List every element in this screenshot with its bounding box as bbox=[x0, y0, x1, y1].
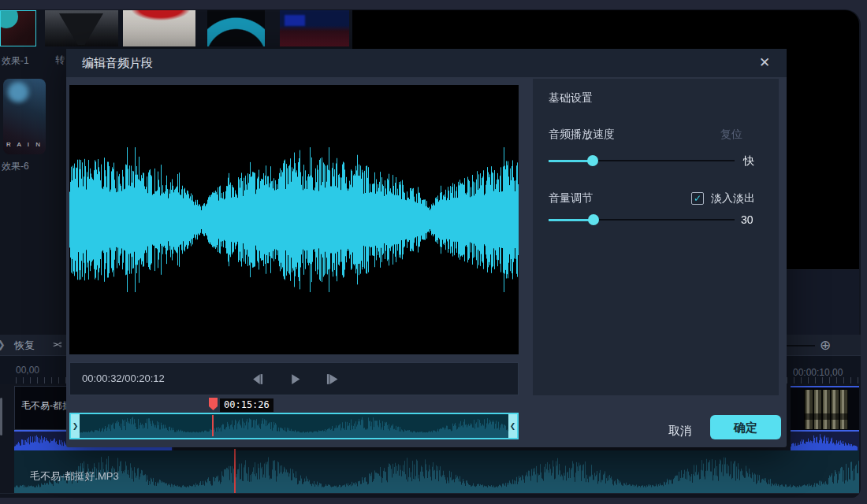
scrubber-playhead-line bbox=[212, 415, 214, 436]
speed-value: 快 bbox=[743, 154, 754, 169]
media-logo-icon bbox=[0, 10, 18, 28]
fade-checkbox[interactable]: ✓ bbox=[691, 192, 704, 205]
ruler-time-start: 00,00 bbox=[16, 365, 39, 376]
ruler-ticks bbox=[16, 377, 66, 384]
media-label-effect1: 效果-1 bbox=[2, 54, 29, 68]
confirm-button[interactable]: 确定 bbox=[710, 415, 781, 439]
settings-header: 基础设置 bbox=[549, 91, 593, 106]
next-frame-button[interactable] bbox=[326, 372, 339, 386]
volume-slider[interactable] bbox=[549, 214, 735, 225]
timeline-zoom-slider[interactable] bbox=[785, 345, 815, 346]
media-thumbnail[interactable] bbox=[280, 10, 349, 46]
video-clip[interactable] bbox=[791, 386, 859, 430]
fade-label: 淡入淡出 bbox=[711, 191, 755, 206]
speed-slider[interactable] bbox=[549, 155, 735, 166]
speed-label: 音频播放速度 bbox=[549, 128, 615, 142]
scrubber-waveform-canvas bbox=[80, 414, 508, 438]
audio-scrubber-strip[interactable]: ❯ ❮ 00:15:26 bbox=[69, 413, 519, 439]
trim-handle-right[interactable]: ❮ bbox=[508, 414, 517, 438]
music-track[interactable]: 毛不易-都挺好.MP3 bbox=[14, 450, 859, 493]
cancel-button[interactable]: 取消 bbox=[656, 418, 705, 443]
timeline-playhead[interactable] bbox=[234, 449, 236, 495]
main-waveform-canvas bbox=[69, 85, 519, 354]
close-icon[interactable]: ✕ bbox=[754, 49, 776, 77]
media-thumbnail[interactable] bbox=[207, 10, 265, 46]
media-thumbnail-selected[interactable] bbox=[0, 10, 36, 46]
ruler-time-right: 00:00:10,00 bbox=[793, 367, 843, 378]
volume-label: 音量调节 bbox=[549, 191, 593, 206]
dialog-title: 编辑音频片段 bbox=[82, 49, 153, 77]
playback-control-bar: 00:00:32/00:20:12 bbox=[69, 362, 519, 395]
zoom-in-icon[interactable]: ⊕ bbox=[820, 337, 831, 354]
media-thumbnail[interactable] bbox=[123, 10, 195, 46]
previous-frame-button[interactable] bbox=[251, 372, 264, 386]
volume-value: 30 bbox=[741, 213, 754, 226]
basic-settings-panel: 基础设置 音频播放速度 复位 快 音量调节 ✓ 淡入淡出 30 bbox=[533, 79, 779, 395]
blue-waveform-canvas bbox=[791, 432, 858, 450]
audio-waveform-preview bbox=[69, 85, 519, 354]
ruler-ticks bbox=[787, 377, 859, 384]
reset-button[interactable]: 复位 bbox=[720, 128, 742, 142]
edit-audio-clip-dialog: 编辑音频片段 ✕ 00:00:32/00:20:12 ❯ ❮ 00:15:26 … bbox=[66, 49, 787, 447]
trim-handle-left[interactable]: ❯ bbox=[71, 414, 80, 438]
media-label-effect6: 效果-6 bbox=[2, 160, 29, 173]
volume-slider-knob[interactable] bbox=[588, 214, 599, 225]
play-button[interactable] bbox=[288, 372, 302, 386]
speed-slider-knob[interactable] bbox=[587, 155, 598, 166]
redo-icon[interactable]: ❯ bbox=[0, 339, 6, 350]
film-frames bbox=[804, 390, 848, 429]
restore-button[interactable]: 恢复 bbox=[14, 339, 35, 353]
vertical-scrollbar[interactable] bbox=[0, 398, 2, 435]
time-display: 00:00:32/00:20:12 bbox=[82, 363, 165, 395]
media-label-partial: 转 bbox=[55, 54, 66, 67]
teal-waveform-canvas bbox=[14, 450, 859, 493]
playhead-marker-flag[interactable] bbox=[209, 398, 218, 410]
split-scissors-icon[interactable]: ✂ bbox=[52, 338, 62, 352]
audio-file-name: 毛不易-都挺好.MP3 bbox=[30, 469, 119, 484]
rain-album-text: R A I N bbox=[3, 141, 46, 148]
playhead-time-badge: 00:15:26 bbox=[220, 398, 273, 412]
media-thumbnail[interactable] bbox=[45, 10, 118, 46]
window-bottom-edge bbox=[0, 493, 861, 498]
audio-clip-waveform-blue[interactable] bbox=[791, 430, 859, 450]
dialog-titlebar: 编辑音频片段 ✕ bbox=[66, 49, 787, 77]
media-thumbnail-rain[interactable]: R A I N bbox=[3, 79, 46, 154]
